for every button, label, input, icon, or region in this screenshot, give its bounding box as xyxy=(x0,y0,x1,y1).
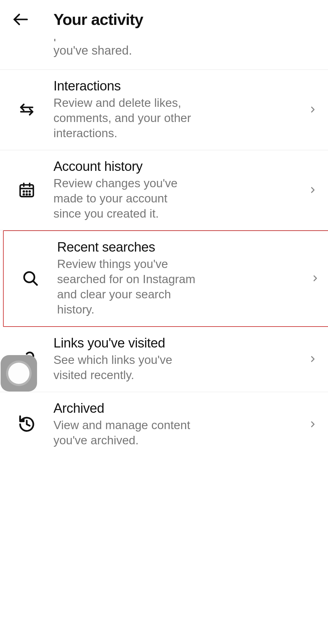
svg-point-6 xyxy=(26,191,27,192)
svg-line-12 xyxy=(33,281,37,285)
arrow-left-icon xyxy=(12,11,29,28)
interactions-chevron xyxy=(298,105,328,114)
menu-item-interactions[interactable]: Interactions Review and delete likes, co… xyxy=(0,70,328,150)
partial-row-photos-videos[interactable]: photos and videos you've shared. xyxy=(0,39,328,70)
menu-item-recent-searches[interactable]: Recent searches Review things you've sea… xyxy=(3,230,328,327)
archived-title: Archived xyxy=(53,401,292,416)
interactions-text: Interactions Review and delete likes, co… xyxy=(53,78,298,141)
interactions-icon-wrap xyxy=(0,101,53,118)
partial-row-line1: photos and videos xyxy=(53,39,310,42)
swap-arrows-icon xyxy=(18,101,36,118)
recent-searches-text: Recent searches Review things you've sea… xyxy=(57,239,300,317)
account-history-text: Account history Review changes you've ma… xyxy=(53,159,298,221)
archived-text: Archived View and manage content you've … xyxy=(53,401,298,448)
svg-point-10 xyxy=(29,194,30,195)
search-icon xyxy=(22,269,39,287)
page-title: Your activity xyxy=(53,10,143,29)
assistive-touch-button[interactable] xyxy=(1,355,37,391)
recent-searches-title: Recent searches xyxy=(57,239,294,255)
archived-icon-wrap xyxy=(0,415,53,433)
menu-item-archived[interactable]: Archived View and manage content you've … xyxy=(0,392,328,457)
links-visited-text: Links you've visited See which links you… xyxy=(53,335,298,383)
header: Your activity xyxy=(0,0,328,39)
chevron-right-icon xyxy=(308,419,318,429)
menu-item-links-visited[interactable]: Links you've visited See which links you… xyxy=(0,327,328,392)
back-button[interactable] xyxy=(12,11,29,28)
chevron-right-icon xyxy=(308,185,318,195)
chevron-right-icon xyxy=(308,105,318,114)
account-history-desc: Review changes you've made to your accou… xyxy=(53,176,193,221)
links-visited-chevron xyxy=(298,354,328,364)
account-history-chevron xyxy=(298,185,328,195)
svg-point-8 xyxy=(23,194,24,195)
svg-point-9 xyxy=(26,194,27,195)
links-visited-desc: See which links you've visited recently. xyxy=(53,352,193,383)
account-history-title: Account history xyxy=(53,159,292,174)
menu-item-account-history[interactable]: Account history Review changes you've ma… xyxy=(0,150,328,231)
recent-searches-desc: Review things you've searched for on Ins… xyxy=(57,256,197,317)
interactions-title: Interactions xyxy=(53,78,292,93)
recent-searches-chevron xyxy=(300,273,328,283)
chevron-right-icon xyxy=(308,354,318,364)
chevron-right-icon xyxy=(310,273,320,283)
partial-row-line2: you've shared. xyxy=(53,42,310,58)
svg-point-5 xyxy=(23,191,24,192)
archived-desc: View and manage content you've archived. xyxy=(53,418,193,448)
archived-chevron xyxy=(298,419,328,429)
recent-searches-icon-wrap xyxy=(4,269,57,287)
assistive-touch-center xyxy=(8,363,29,384)
links-visited-title: Links you've visited xyxy=(53,335,292,351)
account-history-icon-wrap xyxy=(0,181,53,199)
calendar-icon xyxy=(18,181,36,199)
svg-point-7 xyxy=(29,191,30,192)
interactions-desc: Review and delete likes, comments, and y… xyxy=(53,95,193,141)
history-icon xyxy=(18,415,36,433)
assistive-touch-ring xyxy=(6,361,32,386)
